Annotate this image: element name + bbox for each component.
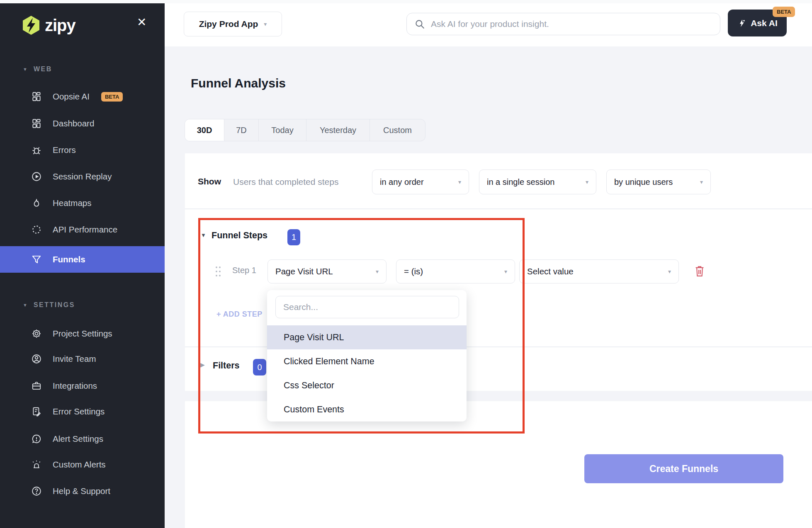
sidebar-item-api-performance[interactable]: API Performance	[0, 216, 165, 243]
sidebar-item-label: Project Settings	[53, 329, 112, 339]
funnel-icon	[31, 254, 42, 265]
flame-icon	[31, 198, 42, 208]
step-value-dropdown[interactable]: Select value ▾	[519, 259, 679, 283]
section-web[interactable]: ▼ WEB	[23, 65, 52, 73]
briefcase-icon	[31, 380, 42, 391]
sidebar-item-label: Custom Alerts	[53, 460, 106, 470]
chevron-down-icon: ▾	[458, 179, 461, 185]
play-circle-icon	[31, 171, 42, 182]
window-top-strip	[0, 0, 812, 3]
sidebar-item-label: Funnels	[53, 254, 85, 264]
search-icon	[414, 19, 425, 29]
menu-option-css-selector[interactable]: Css Selector	[267, 373, 467, 397]
date-range-tabs: 30D 7D Today Yesterday Custom	[185, 119, 425, 141]
delete-step-button[interactable]	[693, 264, 706, 280]
chevron-down-icon: ▾	[264, 21, 267, 27]
sidebar-item-project-settings[interactable]: Project Settings	[0, 320, 165, 347]
sidebar-item-heatmaps[interactable]: Heatmaps	[0, 190, 165, 216]
session-dropdown[interactable]: in a single session ▾	[479, 170, 596, 194]
beta-badge: BETA	[101, 92, 123, 102]
app-root: zipy ✕ ▼ WEB Oopsie AI BETA Dashboard Er…	[0, 0, 812, 528]
sidebar-item-label: Error Settings	[53, 407, 105, 417]
add-step-button[interactable]: + ADD STEP	[216, 310, 263, 319]
create-funnels-button[interactable]: Create Funnels	[584, 454, 783, 483]
sidebar-item-label: Invite Team	[53, 354, 96, 364]
sidebar-item-dashboard[interactable]: Dashboard	[0, 110, 165, 137]
sidebar-item-alert-settings[interactable]: Alert Settings	[0, 426, 165, 452]
sidebar-item-help-support[interactable]: Help & Support	[0, 478, 165, 504]
alert-bubble-icon	[31, 434, 42, 444]
project-selector-label: Zipy Prod App	[199, 19, 258, 29]
section-settings-label: SETTINGS	[34, 301, 75, 309]
sidebar-item-label: Oopsie AI	[53, 92, 90, 102]
sidebar-item-errors[interactable]: Errors	[0, 137, 165, 163]
sparkle-bolt-icon	[737, 18, 747, 28]
step-event-dropdown[interactable]: Page Visit URL ▾	[267, 259, 387, 283]
step-value-placeholder: Select value	[527, 266, 574, 276]
order-dropdown[interactable]: in any order ▾	[372, 170, 469, 194]
show-description: Users that completed steps	[233, 177, 338, 187]
filters-count-badge: 0	[253, 359, 266, 375]
sidebar-item-integrations[interactable]: Integrations	[0, 373, 165, 399]
chevron-down-icon: ▾	[586, 179, 588, 185]
spinner-icon	[31, 224, 42, 235]
menu-option-page-visit-url[interactable]: Page Visit URL	[267, 325, 467, 349]
dashboard-icon	[31, 118, 42, 129]
document-edit-icon	[31, 406, 42, 417]
sidebar-item-invite-team[interactable]: Invite Team	[0, 346, 165, 372]
event-dropdown-menu: Page Visit URL Clicked Element Name Css …	[267, 290, 467, 421]
sidebar-close-icon[interactable]: ✕	[137, 17, 146, 28]
sidebar-item-label: Dashboard	[53, 119, 94, 128]
gear-icon	[31, 328, 42, 339]
show-label: Show	[198, 177, 221, 186]
divider	[185, 208, 812, 209]
dashboard-icon	[31, 91, 42, 102]
tab-7d[interactable]: 7D	[224, 119, 259, 141]
sidebar-item-oopsie-ai[interactable]: Oopsie AI BETA	[0, 83, 165, 110]
section-settings[interactable]: ▼ SETTINGS	[23, 301, 75, 309]
step-operator-dropdown[interactable]: = (is) ▾	[396, 259, 515, 283]
chevron-down-icon: ▾	[700, 179, 703, 185]
sidebar-item-label: Help & Support	[53, 486, 110, 496]
tab-today[interactable]: Today	[259, 119, 306, 141]
tab-yesterday[interactable]: Yesterday	[306, 119, 370, 141]
filters-expand-icon[interactable]: ▶	[200, 361, 205, 368]
chevron-down-icon: ▼	[23, 67, 27, 72]
menu-option-custom-events[interactable]: Custom Events	[267, 397, 467, 421]
sidebar: zipy ✕ ▼ WEB Oopsie AI BETA Dashboard Er…	[0, 3, 165, 528]
drag-handle[interactable]	[215, 265, 221, 280]
funnel-steps-count-badge: 1	[287, 229, 300, 245]
count-by-dropdown-value: by unique users	[614, 177, 673, 187]
sidebar-item-label: API Performance	[53, 225, 117, 235]
page-title: Funnel Analysis	[191, 76, 286, 90]
sidebar-item-error-settings[interactable]: Error Settings	[0, 398, 165, 425]
step-event-value: Page Visit URL	[275, 266, 333, 276]
sidebar-item-funnels[interactable]: Funnels	[0, 246, 165, 273]
bug-icon	[31, 145, 42, 155]
ask-ai-search-input[interactable]	[430, 19, 712, 29]
sidebar-item-custom-alerts[interactable]: Custom Alerts	[0, 451, 165, 478]
count-by-dropdown[interactable]: by unique users ▾	[606, 170, 711, 194]
order-dropdown-value: in any order	[380, 177, 424, 187]
sidebar-item-label: Integrations	[53, 381, 97, 391]
sidebar-item-label: Errors	[53, 145, 76, 155]
funnel-steps-collapse-icon[interactable]: ▼	[201, 232, 206, 238]
ask-ai-beta-badge: BETA	[773, 7, 795, 17]
ask-ai-search[interactable]	[406, 13, 720, 35]
ask-ai-label: Ask AI	[751, 18, 778, 28]
chevron-down-icon: ▾	[668, 268, 671, 275]
step-operator-value: = (is)	[404, 266, 423, 276]
menu-option-clicked-element-name[interactable]: Clicked Element Name	[267, 349, 467, 373]
sidebar-item-session-replay[interactable]: Session Replay	[0, 163, 165, 190]
section-web-label: WEB	[34, 65, 52, 73]
person-circle-icon	[31, 354, 42, 364]
logo-text: zipy	[45, 17, 75, 34]
question-circle-icon	[31, 486, 42, 497]
session-dropdown-value: in a single session	[487, 177, 554, 187]
tab-30d[interactable]: 30D	[185, 119, 224, 141]
tab-custom[interactable]: Custom	[370, 119, 425, 141]
siren-icon	[31, 459, 42, 470]
event-menu-search-input[interactable]	[275, 296, 459, 318]
filters-title: Filters	[213, 361, 240, 371]
project-selector-dropdown[interactable]: Zipy Prod App ▾	[184, 12, 282, 36]
